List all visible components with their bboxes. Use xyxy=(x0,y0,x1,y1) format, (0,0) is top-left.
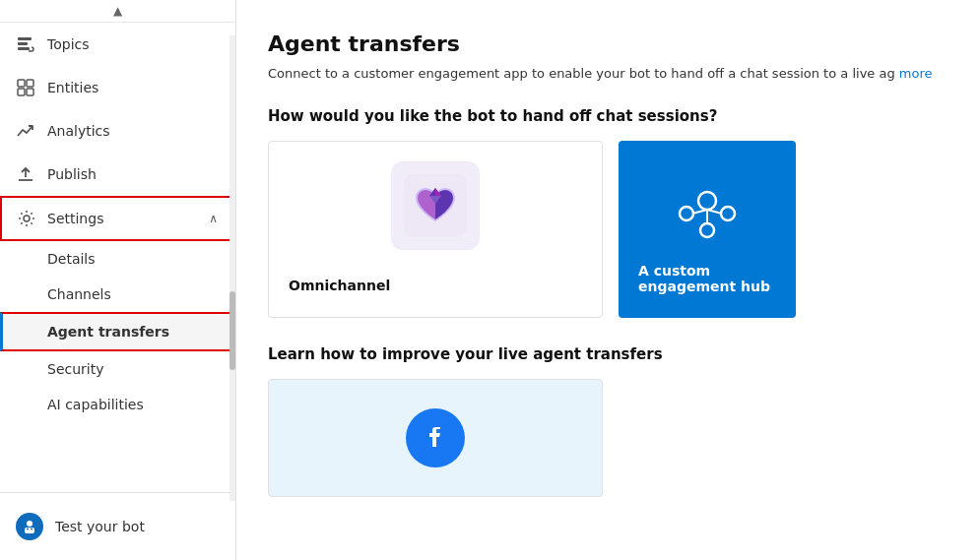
sidebar-item-topics[interactable]: Topics xyxy=(0,23,235,66)
sidebar-settings-label: Settings xyxy=(47,211,103,226)
sidebar-bottom: Test your bot xyxy=(0,492,235,560)
sidebar-sub-item-ai-capabilities-label: AI capabilities xyxy=(47,397,144,412)
sidebar-item-topics-label: Topics xyxy=(47,36,90,52)
learn-card-icon xyxy=(406,408,465,467)
svg-point-17 xyxy=(721,207,735,220)
svg-line-18 xyxy=(692,210,707,214)
sidebar-item-entities-label: Entities xyxy=(47,80,98,95)
svg-line-19 xyxy=(707,210,722,214)
sidebar-scroll-area: Topics Entities Analytics xyxy=(0,23,235,492)
learn-section-heading: Learn how to improve your live agent tra… xyxy=(268,345,948,363)
svg-rect-5 xyxy=(18,89,25,95)
svg-point-13 xyxy=(31,529,33,530)
test-bot-item[interactable]: Test your bot xyxy=(0,501,235,552)
sidebar-sub-item-channels-label: Channels xyxy=(47,286,111,302)
test-bot-avatar xyxy=(16,513,43,540)
omnichannel-logo xyxy=(391,161,480,250)
omnichannel-label: Omnichannel xyxy=(289,278,390,293)
svg-rect-4 xyxy=(27,80,33,87)
topics-icon xyxy=(16,34,35,54)
svg-rect-2 xyxy=(18,47,30,50)
omnichannel-card[interactable]: Omnichannel xyxy=(268,141,603,318)
svg-point-12 xyxy=(27,529,29,530)
test-bot-label: Test your bot xyxy=(55,519,145,534)
svg-point-15 xyxy=(698,192,716,210)
sidebar-item-settings[interactable]: Settings ∧ xyxy=(0,196,235,241)
publish-icon xyxy=(16,164,35,184)
sidebar-sub-item-agent-transfers[interactable]: Agent transfers xyxy=(0,312,235,351)
description-text: Connect to a customer engagement app to … xyxy=(268,66,895,81)
svg-rect-3 xyxy=(18,80,25,87)
read-more-link[interactable]: more xyxy=(899,66,933,81)
handoff-cards-row: Omnichannel A custom engagement hub xyxy=(268,141,948,318)
sidebar-sub-item-agent-transfers-label: Agent transfers xyxy=(47,324,169,340)
svg-point-9 xyxy=(24,216,30,221)
sidebar-item-analytics[interactable]: Analytics xyxy=(0,109,235,153)
svg-rect-6 xyxy=(27,89,33,95)
sidebar-item-publish[interactable]: Publish xyxy=(0,153,235,196)
learn-card[interactable] xyxy=(268,379,603,497)
sidebar-sub-item-security-label: Security xyxy=(47,361,104,377)
svg-rect-11 xyxy=(25,528,34,533)
entities-icon xyxy=(16,78,35,97)
svg-point-10 xyxy=(27,521,33,527)
settings-icon xyxy=(18,210,35,227)
sidebar-item-analytics-label: Analytics xyxy=(47,123,110,139)
svg-point-20 xyxy=(700,223,714,237)
sidebar-sub-item-security[interactable]: Security xyxy=(0,351,235,387)
sidebar-sub-item-ai-capabilities[interactable]: AI capabilities xyxy=(0,387,235,422)
page-description: Connect to a customer engagement app to … xyxy=(268,64,948,84)
analytics-icon xyxy=(16,121,35,141)
custom-hub-icon xyxy=(658,164,756,263)
svg-rect-1 xyxy=(18,42,28,45)
sidebar-sub-item-details[interactable]: Details xyxy=(0,241,235,277)
page-title: Agent transfers xyxy=(268,31,948,56)
sidebar: ▲ Topics xyxy=(0,0,236,560)
chevron-up-icon: ∧ xyxy=(209,212,218,225)
sidebar-sub-item-channels[interactable]: Channels xyxy=(0,277,235,312)
svg-rect-0 xyxy=(18,37,32,40)
settings-sub-items: Details Channels Agent transfers Securit… xyxy=(0,241,235,422)
learn-section: Learn how to improve your live agent tra… xyxy=(268,345,948,497)
custom-hub-label: A custom engagement hub xyxy=(638,263,776,294)
svg-point-16 xyxy=(680,207,693,220)
handoff-question: How would you like the bot to hand off c… xyxy=(268,107,948,125)
sidebar-item-publish-label: Publish xyxy=(47,166,97,182)
sidebar-item-entities[interactable]: Entities xyxy=(0,66,235,109)
scroll-up-arrow[interactable]: ▲ xyxy=(0,0,235,23)
main-content: Agent transfers Connect to a customer en… xyxy=(236,0,980,560)
custom-hub-card[interactable]: A custom engagement hub xyxy=(619,141,796,318)
sidebar-sub-item-details-label: Details xyxy=(47,251,96,267)
